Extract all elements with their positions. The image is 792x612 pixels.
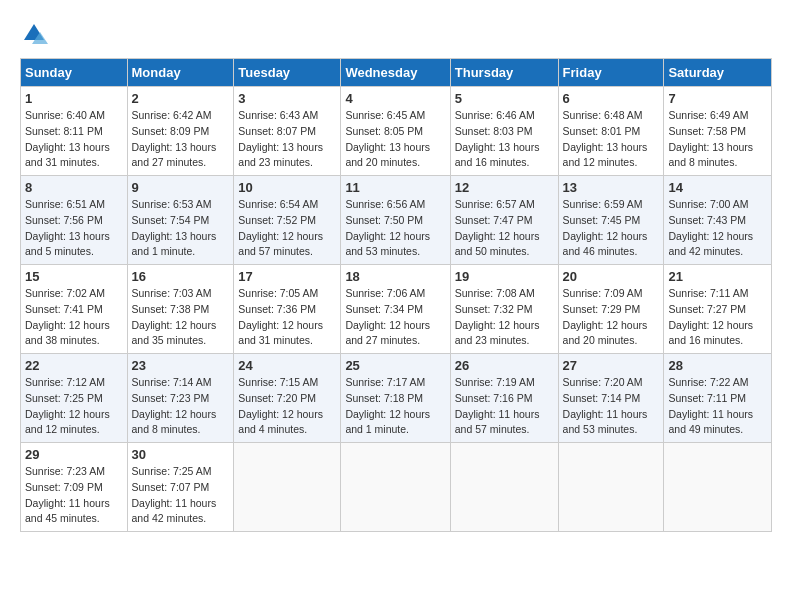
day-detail: Sunrise: 6:54 AMSunset: 7:52 PMDaylight:… (238, 198, 323, 257)
day-number: 19 (455, 269, 554, 284)
day-detail: Sunrise: 6:56 AMSunset: 7:50 PMDaylight:… (345, 198, 430, 257)
day-number: 10 (238, 180, 336, 195)
day-detail: Sunrise: 6:42 AMSunset: 8:09 PMDaylight:… (132, 109, 217, 168)
day-detail: Sunrise: 7:17 AMSunset: 7:18 PMDaylight:… (345, 376, 430, 435)
day-number: 9 (132, 180, 230, 195)
calendar-cell: 28 Sunrise: 7:22 AMSunset: 7:11 PMDaylig… (664, 354, 772, 443)
calendar-cell: 27 Sunrise: 7:20 AMSunset: 7:14 PMDaylig… (558, 354, 664, 443)
day-number: 2 (132, 91, 230, 106)
calendar-cell: 13 Sunrise: 6:59 AMSunset: 7:45 PMDaylig… (558, 176, 664, 265)
calendar-cell: 8 Sunrise: 6:51 AMSunset: 7:56 PMDayligh… (21, 176, 128, 265)
day-detail: Sunrise: 7:15 AMSunset: 7:20 PMDaylight:… (238, 376, 323, 435)
day-detail: Sunrise: 7:19 AMSunset: 7:16 PMDaylight:… (455, 376, 540, 435)
day-detail: Sunrise: 7:12 AMSunset: 7:25 PMDaylight:… (25, 376, 110, 435)
calendar-cell: 1 Sunrise: 6:40 AMSunset: 8:11 PMDayligh… (21, 87, 128, 176)
day-number: 27 (563, 358, 660, 373)
day-number: 26 (455, 358, 554, 373)
day-number: 22 (25, 358, 123, 373)
day-number: 8 (25, 180, 123, 195)
calendar-cell: 20 Sunrise: 7:09 AMSunset: 7:29 PMDaylig… (558, 265, 664, 354)
day-detail: Sunrise: 7:23 AMSunset: 7:09 PMDaylight:… (25, 465, 110, 524)
calendar-cell: 26 Sunrise: 7:19 AMSunset: 7:16 PMDaylig… (450, 354, 558, 443)
calendar-cell: 25 Sunrise: 7:17 AMSunset: 7:18 PMDaylig… (341, 354, 450, 443)
day-number: 23 (132, 358, 230, 373)
day-number: 6 (563, 91, 660, 106)
day-number: 16 (132, 269, 230, 284)
calendar-cell: 23 Sunrise: 7:14 AMSunset: 7:23 PMDaylig… (127, 354, 234, 443)
day-number: 25 (345, 358, 445, 373)
calendar-cell: 15 Sunrise: 7:02 AMSunset: 7:41 PMDaylig… (21, 265, 128, 354)
day-number: 7 (668, 91, 767, 106)
calendar-week-row: 1 Sunrise: 6:40 AMSunset: 8:11 PMDayligh… (21, 87, 772, 176)
calendar-cell: 21 Sunrise: 7:11 AMSunset: 7:27 PMDaylig… (664, 265, 772, 354)
calendar-cell: 5 Sunrise: 6:46 AMSunset: 8:03 PMDayligh… (450, 87, 558, 176)
day-detail: Sunrise: 6:53 AMSunset: 7:54 PMDaylight:… (132, 198, 217, 257)
day-detail: Sunrise: 6:57 AMSunset: 7:47 PMDaylight:… (455, 198, 540, 257)
day-number: 15 (25, 269, 123, 284)
calendar-week-row: 29 Sunrise: 7:23 AMSunset: 7:09 PMDaylig… (21, 443, 772, 532)
day-number: 29 (25, 447, 123, 462)
day-detail: Sunrise: 7:11 AMSunset: 7:27 PMDaylight:… (668, 287, 753, 346)
calendar-cell: 16 Sunrise: 7:03 AMSunset: 7:38 PMDaylig… (127, 265, 234, 354)
logo-icon (20, 20, 48, 48)
calendar-cell: 12 Sunrise: 6:57 AMSunset: 7:47 PMDaylig… (450, 176, 558, 265)
day-detail: Sunrise: 6:48 AMSunset: 8:01 PMDaylight:… (563, 109, 648, 168)
day-of-week-header: Monday (127, 59, 234, 87)
day-detail: Sunrise: 7:25 AMSunset: 7:07 PMDaylight:… (132, 465, 217, 524)
day-detail: Sunrise: 6:40 AMSunset: 8:11 PMDaylight:… (25, 109, 110, 168)
calendar-cell: 29 Sunrise: 7:23 AMSunset: 7:09 PMDaylig… (21, 443, 128, 532)
calendar-cell (664, 443, 772, 532)
calendar-cell: 2 Sunrise: 6:42 AMSunset: 8:09 PMDayligh… (127, 87, 234, 176)
calendar-cell: 18 Sunrise: 7:06 AMSunset: 7:34 PMDaylig… (341, 265, 450, 354)
day-detail: Sunrise: 7:09 AMSunset: 7:29 PMDaylight:… (563, 287, 648, 346)
calendar-cell: 9 Sunrise: 6:53 AMSunset: 7:54 PMDayligh… (127, 176, 234, 265)
calendar-cell: 3 Sunrise: 6:43 AMSunset: 8:07 PMDayligh… (234, 87, 341, 176)
calendar-cell (558, 443, 664, 532)
day-number: 13 (563, 180, 660, 195)
day-number: 24 (238, 358, 336, 373)
day-number: 18 (345, 269, 445, 284)
day-number: 11 (345, 180, 445, 195)
day-detail: Sunrise: 7:05 AMSunset: 7:36 PMDaylight:… (238, 287, 323, 346)
day-detail: Sunrise: 6:46 AMSunset: 8:03 PMDaylight:… (455, 109, 540, 168)
calendar-cell: 10 Sunrise: 6:54 AMSunset: 7:52 PMDaylig… (234, 176, 341, 265)
calendar-cell: 7 Sunrise: 6:49 AMSunset: 7:58 PMDayligh… (664, 87, 772, 176)
day-detail: Sunrise: 7:02 AMSunset: 7:41 PMDaylight:… (25, 287, 110, 346)
day-number: 21 (668, 269, 767, 284)
calendar-cell: 19 Sunrise: 7:08 AMSunset: 7:32 PMDaylig… (450, 265, 558, 354)
calendar-cell (234, 443, 341, 532)
day-number: 1 (25, 91, 123, 106)
day-detail: Sunrise: 7:14 AMSunset: 7:23 PMDaylight:… (132, 376, 217, 435)
calendar-cell: 24 Sunrise: 7:15 AMSunset: 7:20 PMDaylig… (234, 354, 341, 443)
day-detail: Sunrise: 7:03 AMSunset: 7:38 PMDaylight:… (132, 287, 217, 346)
day-number: 14 (668, 180, 767, 195)
day-of-week-header: Friday (558, 59, 664, 87)
calendar-week-row: 22 Sunrise: 7:12 AMSunset: 7:25 PMDaylig… (21, 354, 772, 443)
day-detail: Sunrise: 6:43 AMSunset: 8:07 PMDaylight:… (238, 109, 323, 168)
day-detail: Sunrise: 7:00 AMSunset: 7:43 PMDaylight:… (668, 198, 753, 257)
header-row: SundayMondayTuesdayWednesdayThursdayFrid… (21, 59, 772, 87)
calendar-cell: 4 Sunrise: 6:45 AMSunset: 8:05 PMDayligh… (341, 87, 450, 176)
day-number: 4 (345, 91, 445, 106)
day-of-week-header: Thursday (450, 59, 558, 87)
page-header (20, 20, 772, 48)
day-number: 5 (455, 91, 554, 106)
calendar-cell: 17 Sunrise: 7:05 AMSunset: 7:36 PMDaylig… (234, 265, 341, 354)
day-number: 17 (238, 269, 336, 284)
day-number: 28 (668, 358, 767, 373)
calendar-cell: 14 Sunrise: 7:00 AMSunset: 7:43 PMDaylig… (664, 176, 772, 265)
day-of-week-header: Wednesday (341, 59, 450, 87)
calendar-week-row: 8 Sunrise: 6:51 AMSunset: 7:56 PMDayligh… (21, 176, 772, 265)
calendar-table: SundayMondayTuesdayWednesdayThursdayFrid… (20, 58, 772, 532)
day-detail: Sunrise: 7:06 AMSunset: 7:34 PMDaylight:… (345, 287, 430, 346)
day-detail: Sunrise: 6:49 AMSunset: 7:58 PMDaylight:… (668, 109, 753, 168)
calendar-cell: 22 Sunrise: 7:12 AMSunset: 7:25 PMDaylig… (21, 354, 128, 443)
logo (20, 20, 52, 48)
day-detail: Sunrise: 7:08 AMSunset: 7:32 PMDaylight:… (455, 287, 540, 346)
calendar-cell: 11 Sunrise: 6:56 AMSunset: 7:50 PMDaylig… (341, 176, 450, 265)
day-detail: Sunrise: 6:51 AMSunset: 7:56 PMDaylight:… (25, 198, 110, 257)
day-number: 3 (238, 91, 336, 106)
calendar-cell (341, 443, 450, 532)
calendar-cell: 6 Sunrise: 6:48 AMSunset: 8:01 PMDayligh… (558, 87, 664, 176)
day-number: 30 (132, 447, 230, 462)
